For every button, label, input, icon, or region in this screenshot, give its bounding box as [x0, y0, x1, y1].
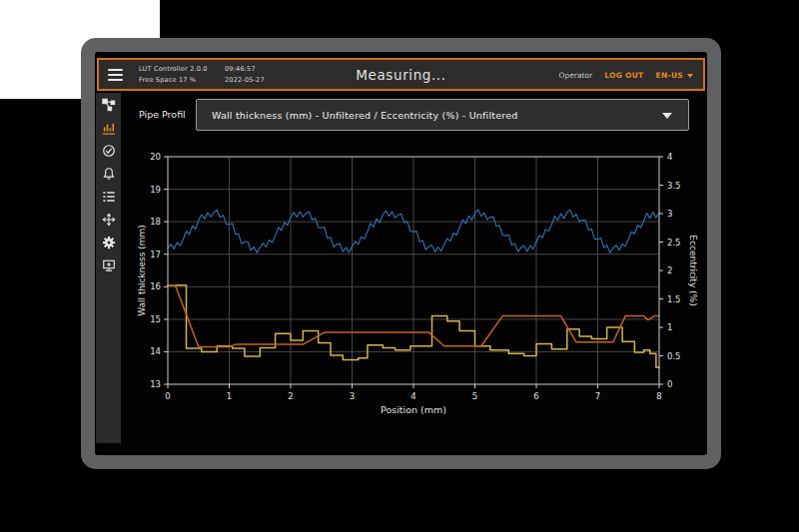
bar-chart-icon	[102, 121, 116, 135]
sidebar-item-log-list[interactable]	[101, 189, 117, 205]
top-bar-right: Operator LOG OUT EN-US	[559, 71, 693, 80]
move-arrows-icon	[102, 213, 116, 227]
language-label: EN-US	[655, 71, 683, 80]
tick-label-right: 0.5	[667, 351, 681, 361]
sidebar-item-measurement-nodes[interactable]	[101, 97, 117, 113]
tick-label-right: 2	[667, 266, 672, 275]
sidebar-item-alarms[interactable]	[101, 166, 117, 182]
chart-canvas: 201918171615141343.532.521.510.500123456…	[125, 147, 699, 426]
gear-icon	[102, 236, 116, 250]
sidebar	[96, 93, 121, 443]
pipe-profile-chart: 201918171615141343.532.521.510.500123456…	[125, 147, 699, 426]
y-axis-right-title: Eccentricity (%)	[688, 235, 698, 305]
tick-label-left: 16	[150, 281, 161, 291]
sidebar-item-positioning[interactable]	[101, 212, 117, 228]
tick-label-bottom: 4	[410, 391, 415, 401]
bell-icon	[102, 167, 116, 181]
list-icon	[102, 190, 116, 204]
tick-label-right: 4	[667, 152, 672, 162]
tick-label-right: 3.5	[667, 181, 681, 191]
page: { "top_bar": { "app_name": "LUT Controll…	[0, 0, 799, 532]
tick-label-bottom: 3	[350, 391, 355, 401]
tick-label-bottom: 6	[533, 391, 538, 401]
tick-label-right: 1.5	[667, 294, 681, 304]
monitor-plus-icon	[102, 259, 116, 272]
sidebar-item-pipe-profile[interactable]	[101, 120, 117, 136]
tick-label-right: 1	[667, 322, 672, 332]
tick-label-bottom: 0	[165, 391, 170, 401]
sidebar-item-settings[interactable]	[101, 235, 117, 251]
tick-label-bottom: 2	[288, 391, 293, 401]
tick-label-right: 3	[667, 209, 672, 219]
tick-label-left: 15	[150, 314, 161, 324]
pipe-profile-select[interactable]: Wall thickness (mm) - Unfiltered / Eccen…	[196, 99, 689, 131]
tick-label-left: 19	[150, 185, 161, 195]
tick-label-bottom: 1	[227, 391, 232, 401]
logout-button[interactable]: LOG OUT	[604, 71, 643, 80]
x-axis-title: Position (mm)	[381, 404, 446, 415]
y-axis-left-title: Wall thickness (mm)	[137, 225, 147, 316]
sidebar-item-quality-check[interactable]	[101, 143, 117, 159]
tick-label-bottom: 8	[656, 391, 661, 401]
dropdown-caret-icon	[662, 113, 672, 119]
tick-label-right: 0	[667, 379, 672, 389]
tick-label-bottom: 5	[472, 391, 477, 401]
tick-label-left: 14	[150, 346, 161, 356]
tick-label-left: 18	[150, 217, 161, 227]
monitor-bezel: LUT Controller 2.0.0 09:46:57 Free Space…	[81, 38, 721, 469]
pipe-profile-selected-value: Wall thickness (mm) - Unfiltered / Eccen…	[197, 110, 517, 121]
tick-label-bottom: 7	[595, 391, 600, 401]
language-selector[interactable]: EN-US	[655, 71, 693, 80]
sidebar-item-display-add[interactable]	[101, 258, 117, 273]
pipe-profile-label: Pipe Profil	[139, 109, 186, 120]
chevron-down-icon	[687, 74, 693, 78]
tick-label-left: 13	[150, 379, 161, 389]
nodes-icon	[102, 98, 116, 112]
tick-label-left: 20	[150, 152, 161, 162]
screen: LUT Controller 2.0.0 09:46:57 Free Space…	[95, 52, 707, 455]
tick-label-left: 17	[150, 250, 161, 260]
user-role: Operator	[559, 71, 593, 80]
check-circle-icon	[102, 144, 116, 158]
tick-label-right: 2.5	[667, 238, 681, 248]
top-bar: LUT Controller 2.0.0 09:46:57 Free Space…	[97, 58, 705, 91]
